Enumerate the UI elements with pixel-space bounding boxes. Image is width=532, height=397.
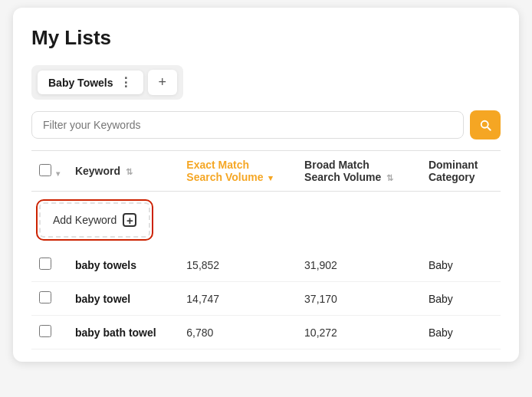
th-dominant: DominantCategory xyxy=(421,151,501,192)
table-wrapper: ▾ Keyword ⇅ Exact MatchSearch Volume ▾ B… xyxy=(31,150,501,349)
exact-match-cell-3: 6,780 xyxy=(179,316,297,349)
th-broad-match: Broad MatchSearch Volume ⇅ xyxy=(297,151,421,192)
search-input[interactable] xyxy=(31,111,464,139)
add-keyword-button[interactable]: Add Keyword + xyxy=(39,202,150,238)
add-keyword-cell-wrapper: Add Keyword + xyxy=(31,192,501,249)
keyword-sort-icon[interactable]: ⇅ xyxy=(126,167,133,177)
th-checkbox: ▾ xyxy=(31,151,67,192)
row-checkbox-cell xyxy=(31,248,67,282)
select-all-checkbox[interactable] xyxy=(39,164,51,176)
table-row: baby towel 14,747 37,170 Baby xyxy=(31,282,501,316)
page-title: My Lists xyxy=(31,26,501,50)
search-row xyxy=(31,110,501,139)
dominant-cell-2: Baby xyxy=(421,282,501,316)
tabs-row: Baby Towels ⋮ + xyxy=(31,65,183,100)
checkbox-chevron-icon[interactable]: ▾ xyxy=(56,169,60,178)
row-checkbox-1[interactable] xyxy=(39,258,51,270)
th-keyword: Keyword ⇅ xyxy=(67,151,179,192)
tab-options-icon[interactable]: ⋮ xyxy=(120,75,133,90)
row-checkbox-cell xyxy=(31,316,67,349)
table-row: baby bath towel 6,780 10,272 Baby xyxy=(31,316,501,349)
tab-add-button[interactable]: + xyxy=(148,70,178,95)
row-checkbox-2[interactable] xyxy=(39,291,51,303)
exact-match-cell-2: 14,747 xyxy=(179,282,297,316)
search-button[interactable] xyxy=(470,110,501,139)
broad-match-cell-2: 37,170 xyxy=(297,282,421,316)
broad-match-sort-icon[interactable]: ⇅ xyxy=(386,173,393,183)
th-exact-match: Exact MatchSearch Volume ▾ xyxy=(179,151,297,192)
dominant-cell-3: Baby xyxy=(421,316,501,349)
add-keyword-row[interactable]: Add Keyword + xyxy=(31,192,501,249)
main-card: My Lists Baby Towels ⋮ + ▾ xyxy=(13,8,519,362)
broad-match-cell-1: 31,902 xyxy=(297,248,421,282)
keyword-cell-3: baby bath towel xyxy=(67,316,179,349)
row-checkbox-3[interactable] xyxy=(39,325,51,337)
tab-baby-towels[interactable]: Baby Towels ⋮ xyxy=(38,71,143,94)
row-checkbox-cell xyxy=(31,282,67,316)
exact-match-cell-1: 15,852 xyxy=(179,248,297,282)
add-keyword-plus-icon: + xyxy=(123,213,136,227)
keyword-cell-1: baby towels xyxy=(67,248,179,282)
tab-label: Baby Towels xyxy=(48,77,113,89)
exact-match-sort-icon[interactable]: ▾ xyxy=(268,173,273,183)
broad-match-cell-3: 10,272 xyxy=(297,316,421,349)
search-icon xyxy=(478,118,492,132)
dominant-cell-1: Baby xyxy=(421,248,501,282)
keywords-table: ▾ Keyword ⇅ Exact MatchSearch Volume ▾ B… xyxy=(31,150,501,349)
keyword-cell-2: baby towel xyxy=(67,282,179,316)
table-row: baby towels 15,852 31,902 Baby xyxy=(31,248,501,282)
